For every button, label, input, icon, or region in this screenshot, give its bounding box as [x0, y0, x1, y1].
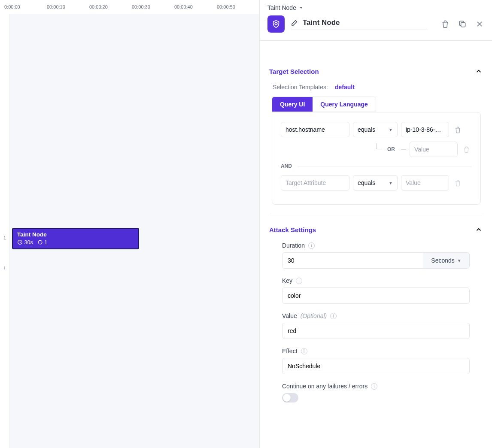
operator-select[interactable]: equals ▼ [353, 175, 398, 191]
ruler-tick: 00:00:50 [217, 4, 259, 9]
remove-row-button[interactable] [453, 126, 463, 133]
target-icon [37, 239, 43, 245]
selection-templates-label: Selection Templates: [273, 84, 328, 91]
close-button[interactable] [475, 19, 484, 29]
section-toggle-attack[interactable]: Attack Settings [269, 226, 483, 233]
info-icon[interactable]: i [301, 348, 307, 354]
key-input[interactable] [282, 288, 470, 304]
duration-unit-select[interactable]: Seconds ▼ [423, 252, 470, 269]
ruler-tick: 00:00:20 [89, 4, 132, 9]
value-input[interactable] [282, 323, 470, 339]
breadcrumb[interactable]: Taint Node [267, 4, 296, 11]
info-icon[interactable]: i [308, 242, 315, 249]
tab-query-language[interactable]: Query Language [313, 97, 375, 112]
selection-templates-value[interactable]: default [335, 84, 355, 91]
value-label: Value [282, 312, 297, 319]
trash-icon [441, 20, 449, 28]
trash-icon [454, 126, 462, 133]
action-avatar [267, 15, 285, 33]
timeline-pane: 0:00:00 00:00:10 00:00:20 00:00:30 00:00… [0, 0, 260, 448]
page-title: Taint Node [303, 18, 340, 27]
operator-label: equals [358, 179, 375, 186]
tab-query-ui[interactable]: Query UI [272, 97, 313, 112]
optional-hint: (Optional) [301, 312, 327, 319]
info-icon[interactable]: i [296, 278, 302, 284]
timeline-block-taint-node[interactable]: Taint Node 30s 1 [12, 228, 139, 249]
trash-icon [463, 146, 470, 153]
and-label: AND [281, 163, 292, 169]
or-label: OR [385, 146, 398, 152]
remove-or-button[interactable] [461, 146, 471, 153]
chevron-down-icon[interactable] [299, 6, 304, 10]
ruler-tick: 00:00:40 [174, 4, 217, 9]
attribute-input[interactable] [281, 175, 349, 191]
continue-on-failure-label: Continue on any failures / errors [282, 383, 367, 390]
operator-select[interactable]: equals ▼ [353, 122, 398, 137]
block-title: Taint Node [17, 231, 134, 238]
effect-input[interactable] [282, 358, 470, 374]
lane-gutter: 1 + [0, 14, 9, 448]
block-targets: 1 [37, 239, 47, 245]
value-input[interactable] [401, 122, 449, 137]
continue-on-failure-toggle[interactable] [282, 393, 298, 403]
add-lane-button[interactable]: + [0, 264, 9, 271]
timeline-ruler: 0:00:00 00:00:10 00:00:20 00:00:30 00:00… [0, 0, 259, 14]
delete-button[interactable] [440, 19, 450, 29]
chevron-up-icon [475, 67, 483, 75]
lane-number: 1 [0, 235, 9, 240]
ruler-tick: 00:00:10 [47, 4, 89, 9]
duration-label: Duration [282, 242, 305, 249]
section-title: Attack Settings [269, 226, 316, 233]
key-label: Key [282, 277, 292, 284]
query-builder: equals ▼ OR [272, 112, 481, 205]
connector-elbow [376, 143, 382, 149]
toggle-knob [283, 394, 291, 402]
block-duration: 30s [17, 239, 33, 245]
ruler-tick: 0:00:00 [4, 4, 47, 9]
section-target-selection: Target Selection Selection Templates: de… [260, 58, 492, 216]
copy-icon [458, 20, 467, 28]
effect-label: Effect [282, 348, 298, 354]
chevron-up-icon [475, 226, 483, 233]
pencil-icon [291, 19, 298, 27]
duration-unit-label: Seconds [431, 257, 454, 264]
value-input[interactable] [401, 175, 449, 191]
shield-icon [271, 19, 281, 29]
sidebar-panel: Taint Node Taint Node [260, 0, 492, 448]
connector-dash [401, 149, 406, 150]
trash-icon [454, 179, 462, 187]
attribute-input[interactable] [281, 122, 349, 137]
operator-label: equals [358, 126, 375, 133]
title-editor[interactable]: Taint Node [291, 18, 428, 30]
block-duration-text: 30s [24, 239, 33, 245]
chevron-down-icon: ▼ [389, 181, 393, 185]
svg-rect-3 [461, 23, 465, 27]
block-targets-text: 1 [44, 239, 47, 245]
duplicate-button[interactable] [458, 19, 467, 29]
info-icon[interactable]: i [371, 383, 377, 390]
timeline-tracks[interactable]: 1 + Taint Node 30s 1 [0, 14, 259, 448]
close-icon [475, 20, 484, 28]
svg-point-2 [275, 22, 277, 25]
info-icon[interactable]: i [330, 313, 337, 319]
section-title: Target Selection [269, 68, 319, 75]
divider-line [297, 166, 472, 166]
clock-icon [17, 239, 23, 245]
chevron-down-icon: ▼ [457, 258, 462, 263]
chevron-down-icon: ▼ [389, 127, 393, 132]
query-tabs: Query UI Query Language [272, 97, 376, 112]
section-attack-settings: Attack Settings Duration i Seconds ▼ [260, 216, 492, 403]
ruler-tick: 00:00:30 [132, 4, 174, 9]
section-toggle-target[interactable]: Target Selection [269, 67, 483, 75]
or-value-input[interactable] [410, 142, 458, 157]
remove-row-button[interactable] [453, 179, 463, 187]
duration-input[interactable] [282, 252, 423, 269]
svg-point-1 [38, 240, 42, 244]
